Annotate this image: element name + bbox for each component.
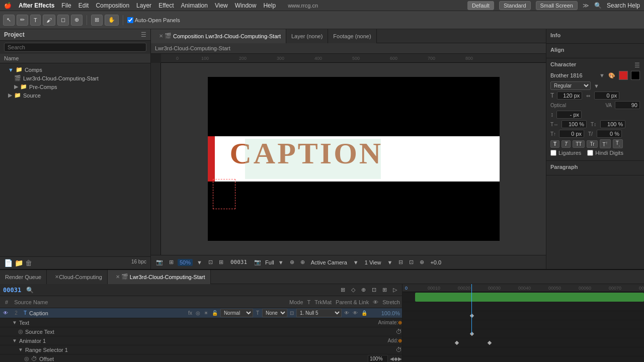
delete-icon[interactable]: 🗑 (25, 259, 32, 267)
eraser-tool[interactable]: ◻ (57, 15, 69, 26)
animator-expand-icon[interactable]: ▼ (12, 338, 17, 343)
tl-icon-4[interactable]: ⊡ (370, 287, 378, 293)
character-menu-icon[interactable]: ☰ (634, 62, 640, 69)
select-tool[interactable]: ↖ (3, 15, 15, 26)
camera-selector[interactable]: Active Camera (311, 259, 347, 265)
trk-mat-select[interactable]: None (262, 309, 287, 317)
brush-tool[interactable]: 🖌 (43, 15, 55, 26)
viewer-ctrl-snapshot[interactable]: 📷 (154, 259, 165, 265)
workspace-default[interactable]: Default (467, 1, 494, 10)
text-color-swatch[interactable] (619, 71, 628, 80)
menu-window[interactable]: Window (235, 2, 257, 9)
menu-help[interactable]: Help (263, 2, 276, 9)
zoom-level[interactable]: 50% (178, 259, 193, 266)
blend-mode-select[interactable]: Normal (220, 309, 253, 317)
animate-plus-btn[interactable]: ⊕ (398, 320, 402, 325)
faux-bold-btn[interactable]: T (550, 140, 559, 148)
layer-row-caption[interactable]: 👁 2 T Caption fx ◎ ☀ 🔓 Normal T (0, 308, 402, 318)
tree-item-source[interactable]: ▶ 📁 Source (0, 91, 150, 100)
hand-tool[interactable]: ✋ (105, 15, 119, 26)
menu-view[interactable]: View (215, 2, 228, 9)
viewer-ctrl-expand[interactable]: ⊞ (217, 259, 225, 265)
parent-select[interactable]: 1. Null 5 (296, 309, 342, 317)
more-workspaces-icon[interactable]: ≫ (583, 2, 589, 9)
scale-v-input[interactable] (600, 120, 625, 128)
workspace-small[interactable]: Small Screen (536, 1, 578, 10)
camera-dropdown-icon[interactable]: ▼ (351, 259, 361, 265)
src-stopwatch[interactable]: ⏱ (396, 328, 402, 335)
viewer-ctrl-fit[interactable]: ⊡ (206, 259, 215, 265)
zoom-dropdown-icon[interactable]: ▼ (195, 259, 204, 265)
new-item-icon[interactable]: 📄 (4, 259, 13, 267)
layer-vis2-icon[interactable]: 👁 (343, 310, 350, 316)
offset-keyframe-nav[interactable]: ◀◆▶ (390, 356, 402, 361)
quality-dropdown[interactable]: ▼ (276, 259, 286, 265)
range-expand-icon[interactable]: ▼ (18, 347, 23, 352)
leading-input[interactable] (556, 111, 582, 119)
panel-menu-icon[interactable]: ☰ (141, 31, 146, 38)
all-caps-btn[interactable]: TT (573, 140, 585, 148)
view-selector[interactable]: 1 View (365, 259, 381, 265)
tab-lwr3rd-close[interactable]: ✕ (116, 274, 120, 280)
menu-edit[interactable]: Edit (78, 2, 89, 9)
text-expand-icon[interactable]: ▼ (12, 320, 17, 325)
subscript-btn[interactable]: T. (613, 139, 623, 148)
tab-composition[interactable]: ✕ 🎬 Composition Lwr3rd-Cloud-Computing-S… (151, 29, 286, 43)
superscript-btn[interactable]: T↑ (600, 139, 611, 148)
tab-cloud-computing[interactable]: ✕ Cloud-Computing (47, 270, 108, 284)
lock-icon[interactable]: 🔓 (211, 310, 219, 316)
3d-icon[interactable]: ⊕ (418, 259, 426, 265)
ligatures-label[interactable]: Ligatures (550, 150, 581, 156)
quality-label[interactable]: Full (265, 259, 274, 265)
menu-layer[interactable]: Layer (136, 2, 151, 9)
layer-lock2-icon[interactable]: 🔒 (360, 310, 368, 316)
tl-icon-5[interactable]: ⊞ (380, 287, 389, 293)
tsf-skew-input[interactable] (597, 130, 622, 138)
project-search-input[interactable] (4, 43, 146, 52)
layer-vis3-icon[interactable]: 👁 (352, 310, 359, 316)
viewer-ctrl-grid[interactable]: ⊞ (167, 259, 176, 265)
fx-icon[interactable]: fx (187, 310, 193, 316)
menu-animation[interactable]: Animation (181, 2, 208, 9)
text-tool[interactable]: T (30, 15, 41, 26)
baseline-input[interactable] (559, 130, 584, 138)
font-style-select[interactable]: Regular Bold Italic (550, 81, 591, 90)
hindi-digits-label[interactable]: Hindi Digits (587, 150, 623, 156)
apple-icon[interactable]: 🍎 (4, 2, 12, 9)
view-dropdown-icon[interactable]: ▼ (385, 259, 395, 265)
small-caps-btn[interactable]: Tr (587, 140, 597, 148)
zoom-tool[interactable]: ⊞ (91, 15, 103, 26)
range-stopwatch[interactable]: ⏱ (396, 346, 402, 353)
tab-cc-close[interactable]: ✕ (55, 274, 59, 280)
stroke-color-swatch[interactable] (631, 71, 640, 80)
font-size-input[interactable] (557, 92, 582, 100)
tree-item-lwr3rd[interactable]: 🎬 Lwr3rd-Cloud-Computing-Start (6, 74, 150, 82)
hindi-digits-checkbox[interactable] (587, 150, 593, 156)
tl-icon-1[interactable]: ⊞ (339, 287, 347, 293)
offset-stopwatch[interactable]: ⏱ (31, 355, 37, 363)
motion-blur-icon[interactable]: ◎ (195, 310, 201, 316)
workspace-standard[interactable]: Standard (499, 1, 531, 10)
search-tl-icon[interactable]: 🔍 (26, 287, 34, 294)
color-picker-icon[interactable]: 🎨 (608, 72, 615, 79)
view-layout-icons[interactable]: ⊟ (396, 259, 405, 265)
tl-icon-2[interactable]: ◇ (349, 287, 357, 293)
tl-icon-6[interactable]: ▷ (391, 287, 399, 293)
menu-composition[interactable]: Composition (96, 2, 129, 9)
scale-h-input[interactable] (561, 120, 587, 128)
pen-tool[interactable]: ✏ (17, 15, 28, 26)
tab-lwr3rd-timeline[interactable]: ✕ 🎬 Lwr3rd-Cloud-Computing-Start (108, 270, 211, 284)
tab-layer[interactable]: Layer (none) (286, 29, 328, 43)
faux-italic-btn[interactable]: T (561, 140, 571, 148)
toggle-masks-btn[interactable]: ⊕ (288, 259, 296, 265)
add-plus-btn[interactable]: ⊕ (398, 338, 402, 343)
tracking-input[interactable] (594, 92, 619, 100)
ligatures-checkbox[interactable] (550, 150, 556, 156)
tree-item-comps[interactable]: ▼ 📁 Comps (0, 65, 150, 74)
style-dropdown-icon[interactable]: ▼ (594, 83, 599, 89)
layer-vis-icon[interactable]: 👁 (2, 310, 9, 316)
tab-render-queue[interactable]: Render Queue (0, 270, 47, 284)
new-folder-icon[interactable]: 📁 (15, 259, 23, 267)
auto-open-checkbox[interactable] (127, 17, 133, 23)
roto-tool[interactable]: ⊕ (71, 15, 83, 26)
